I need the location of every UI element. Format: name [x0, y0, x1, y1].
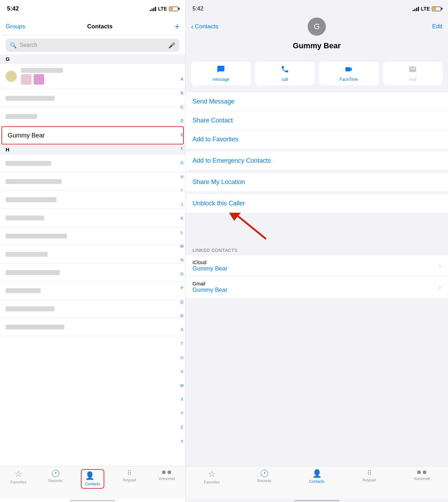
- add-contact-button[interactable]: +: [175, 22, 180, 31]
- nav-bar-right: ‹ Contacts G Edit: [186, 17, 448, 36]
- back-button[interactable]: ‹ Contacts: [191, 23, 218, 31]
- status-bar-left: 5:42 LTE: [0, 0, 185, 17]
- list-item[interactable]: [0, 191, 185, 209]
- linked-icloud-source: iCloud: [192, 260, 439, 265]
- contacts-tab-box: 👤 Contacts: [81, 469, 104, 489]
- add-emergency-label: Add to Emergency Contacts: [192, 157, 271, 164]
- share-location-label: Share My Location: [192, 178, 245, 185]
- share-contact-item[interactable]: Share Contact: [186, 111, 448, 130]
- list-item[interactable]: [0, 263, 185, 282]
- linked-gmail-source: Gmail: [192, 281, 439, 287]
- linked-icloud-item[interactable]: iCloud Gummy Bear ›: [186, 255, 448, 277]
- search-bar[interactable]: 🔍 Search 🎤: [6, 38, 180, 52]
- favorites-icon-left: ☆: [15, 469, 22, 479]
- tab-voicemail-left[interactable]: ⏺⏺ Voicemail: [148, 469, 185, 481]
- tab-favorites-right[interactable]: ☆ Favorites: [186, 469, 238, 484]
- contacts-icon-right: 👤: [312, 469, 322, 478]
- mic-icon[interactable]: 🎤: [168, 42, 175, 49]
- section-gap-5: [186, 241, 448, 243]
- contact-name-header: Gummy Bear: [293, 41, 341, 50]
- message-action-button[interactable]: message: [191, 62, 251, 85]
- contacts-list[interactable]: G Gummy Bear H: [0, 55, 185, 466]
- contact-name-gummy-bear: Gummy Bear: [8, 132, 45, 139]
- tab-voicemail-right[interactable]: ⏺⏺ Voicemail: [396, 469, 448, 481]
- groups-button[interactable]: Groups: [6, 23, 25, 30]
- share-location-item[interactable]: Share My Location: [186, 173, 448, 191]
- list-item[interactable]: [0, 89, 185, 107]
- recents-icon-right: 🕐: [260, 469, 269, 478]
- edit-button[interactable]: Edit: [432, 23, 442, 30]
- keypad-icon-right: ⠿: [367, 469, 372, 477]
- message-icon: [217, 65, 225, 76]
- recents-label-right: Recents: [257, 479, 271, 483]
- add-favorites-item[interactable]: Add to Favorites: [186, 130, 448, 149]
- right-scroll-area[interactable]: Gummy Bear message call: [186, 36, 448, 466]
- section-gap-4: [186, 191, 448, 194]
- tab-recents-left[interactable]: 🕐 Recents: [37, 469, 74, 483]
- linked-gmail-name: Gummy Bear: [192, 287, 439, 294]
- search-input[interactable]: Search: [20, 42, 166, 48]
- contact-header: Gummy Bear: [186, 36, 448, 57]
- linked-gmail-item[interactable]: Gmail Gummy Bear ›: [186, 277, 448, 298]
- mail-action-button[interactable]: mail: [383, 62, 443, 85]
- add-emergency-item[interactable]: Add to Emergency Contacts: [186, 151, 448, 170]
- unblock-caller-label: Unblock this Caller: [192, 200, 245, 207]
- bottom-padding: [186, 298, 448, 312]
- message-label: message: [212, 77, 230, 82]
- tab-keypad-left[interactable]: ⠿ Keypad: [111, 469, 148, 482]
- battery-fill-right: [433, 7, 436, 10]
- list-item[interactable]: [0, 282, 185, 300]
- gummy-bear-contact[interactable]: Gummy Bear: [1, 126, 184, 144]
- keypad-icon-left: ⠿: [127, 469, 132, 477]
- menu-section-2: Add to Emergency Contacts: [186, 151, 448, 170]
- tab-favorites-left[interactable]: ☆ Favorites: [0, 469, 37, 484]
- send-message-item[interactable]: Send Message: [186, 92, 448, 111]
- list-item[interactable]: [0, 172, 185, 191]
- status-icons-left: LTE: [150, 6, 178, 12]
- linked-gmail-chevron-icon: ›: [439, 284, 441, 291]
- recents-icon-left: 🕐: [51, 469, 60, 478]
- tab-contacts-left[interactable]: 👤 Contacts: [74, 469, 111, 489]
- keypad-label-left: Keypad: [123, 478, 136, 482]
- list-item[interactable]: [0, 64, 185, 89]
- signal-bars-left: [150, 6, 156, 11]
- linked-icloud-chevron-icon: ›: [439, 262, 441, 270]
- home-bar-right: [294, 500, 340, 501]
- alphabet-index[interactable]: A B C D E F G H I J K L M N O P Q R S T …: [179, 76, 185, 445]
- tab-recents-right[interactable]: 🕐 Recents: [238, 469, 290, 483]
- list-item[interactable]: [0, 107, 185, 126]
- tab-contacts-right[interactable]: 👤 Contacts: [290, 469, 343, 483]
- search-bar-container: 🔍 Search 🎤: [0, 36, 185, 55]
- list-item[interactable]: [0, 300, 185, 318]
- unblock-caller-item[interactable]: Unblock this Caller: [186, 194, 448, 213]
- linked-contacts-label: LINKED CONTACTS: [192, 248, 238, 253]
- action-buttons-row: message call FaceTime: [186, 57, 448, 90]
- facetime-icon: [344, 65, 353, 76]
- signal-bars-right: [413, 6, 419, 11]
- home-bar-left: [70, 500, 115, 501]
- lte-label-left: LTE: [158, 6, 167, 12]
- arrow-annotation-area: [186, 213, 448, 241]
- list-item[interactable]: [0, 154, 185, 172]
- home-indicator-left: [0, 499, 185, 502]
- list-item[interactable]: [0, 209, 185, 227]
- keypad-label-right: Keypad: [363, 478, 376, 482]
- linked-icloud-info: iCloud Gummy Bear: [192, 260, 439, 272]
- list-item[interactable]: [0, 318, 185, 336]
- status-bar-right: 5:42 LTE: [186, 0, 448, 17]
- call-action-button[interactable]: call: [255, 62, 315, 85]
- list-item[interactable]: [0, 245, 185, 263]
- search-icon: 🔍: [10, 42, 17, 49]
- call-icon: [281, 65, 289, 76]
- section-header-h: H: [0, 145, 185, 154]
- voicemail-label-left: Voicemail: [159, 476, 175, 481]
- facetime-action-button[interactable]: FaceTime: [319, 62, 379, 85]
- avatar-letter: G: [314, 22, 320, 31]
- send-message-label: Send Message: [192, 98, 234, 105]
- favorites-icon-right: ☆: [208, 469, 216, 479]
- linked-gmail-info: Gmail Gummy Bear: [192, 281, 439, 294]
- list-item[interactable]: [0, 227, 185, 245]
- tab-keypad-right[interactable]: ⠿ Keypad: [343, 469, 396, 482]
- left-panel: 5:42 LTE Groups Contacts + 🔍 Search 🎤 G: [0, 0, 186, 502]
- contacts-label-right: Contacts: [309, 479, 324, 483]
